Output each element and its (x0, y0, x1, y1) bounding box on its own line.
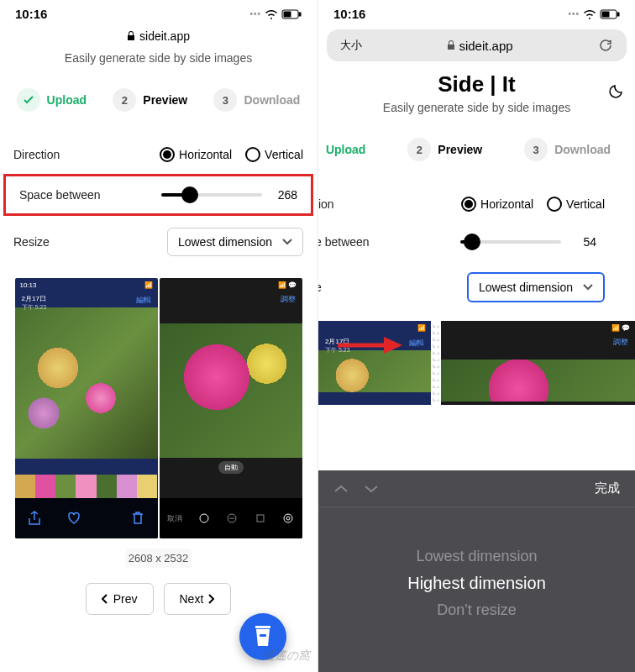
status-time: 10:16 (333, 7, 365, 21)
picker-down-icon[interactable] (364, 484, 379, 494)
cup-icon (252, 624, 274, 649)
status-icons: ••• (249, 9, 302, 19)
picker-option[interactable]: Highest dimension (407, 574, 546, 593)
svg-rect-5 (257, 515, 264, 522)
step-download[interactable]: 3 Download (213, 88, 300, 112)
arrow-annotation (333, 333, 409, 358)
steps-nav: Upload 2 Preview 3 Download (0, 81, 317, 118)
status-bar: 10:16 ••• (0, 0, 317, 24)
step-preview[interactable]: 2 Preview (113, 88, 187, 112)
step-download[interactable]: 3 Download (524, 138, 611, 161)
url-text: sideit.app (139, 29, 190, 43)
wifi-icon (265, 9, 278, 19)
step-upload[interactable]: Upload (17, 88, 87, 112)
app-title: Side | It (318, 71, 635, 97)
svg-rect-8 (260, 634, 266, 637)
url-text: sideit.app (459, 39, 512, 53)
app-subtitle: Easily generate side by side images (318, 101, 635, 114)
trash-icon (130, 511, 145, 526)
preview-area: 📶 2月17日下午 5:23 編輯 📶 💬 調整 (318, 314, 635, 405)
picker-done-button[interactable]: 完成 (595, 480, 620, 496)
check-icon (23, 94, 34, 106)
preview-area: 10:13 📶 2月17日 下午 5:23 編輯 📶 💬 調整 (0, 268, 317, 549)
space-row: e between 54 (318, 223, 635, 260)
url-bar: sideit.app (0, 24, 317, 48)
svg-rect-1 (299, 13, 301, 16)
dimensions-label: 2608 x 2532 (125, 549, 192, 568)
direction-label: Direction (13, 148, 60, 161)
steps-nav: Upload 2 Preview 3 Download (318, 131, 635, 168)
picker-up-icon[interactable] (333, 484, 349, 494)
support-button[interactable] (239, 613, 286, 660)
space-value: 268 (272, 188, 297, 202)
picker-option[interactable]: Lowest dimension (416, 548, 537, 565)
svg-point-3 (200, 514, 208, 522)
step-upload[interactable]: Upload (326, 143, 365, 156)
radio-horizontal[interactable]: Horizontal (160, 147, 232, 162)
share-icon (27, 511, 42, 526)
moon-icon (608, 82, 625, 99)
reload-icon[interactable] (598, 38, 613, 53)
status-icons: ••• (568, 9, 620, 19)
resize-row: Resize Lowest dimension (0, 216, 317, 268)
radio-vertical[interactable]: Vertical (547, 197, 605, 212)
text-size-button[interactable]: 大小 (340, 38, 362, 53)
heart-icon (66, 511, 81, 526)
left-screenshot: 10:16 ••• sideit.app Easily generate sid… (0, 0, 317, 672)
status-bar: 10:16 ••• (318, 0, 635, 24)
step-preview[interactable]: 2 Preview (407, 138, 482, 161)
svg-rect-11 (602, 12, 609, 17)
preview-image-2: 📶 💬 調整 自動 取消 (160, 278, 302, 538)
next-button[interactable]: Next (164, 583, 232, 615)
radio-horizontal[interactable]: Horizontal (461, 197, 533, 212)
space-slider[interactable] (161, 193, 262, 197)
space-value: 54 (571, 235, 596, 249)
direction-row: Direction Horizontal Vertical (0, 135, 317, 174)
lock-icon (127, 31, 135, 41)
picker-overlay: 完成 Lowest dimension Highest dimension Do… (318, 470, 635, 672)
resize-label: Resize (13, 235, 50, 249)
chevron-down-icon (282, 239, 292, 245)
preview-image-2: 📶 💬 調整 (441, 321, 635, 405)
preview-image-1: 10:13 📶 2月17日 下午 5:23 編輯 (15, 278, 158, 538)
picker-option[interactable]: Don't resize (437, 601, 516, 619)
space-label: Space between (19, 188, 101, 202)
status-time: 10:16 (15, 7, 47, 21)
battery-icon (281, 9, 302, 19)
svg-point-6 (284, 514, 292, 522)
battery-icon (600, 9, 620, 19)
chevron-right-icon (208, 594, 215, 604)
right-screenshot: 10:16 ••• 大小 sideit.app Side | It Easily… (318, 0, 635, 672)
wifi-icon (583, 9, 596, 19)
lock-icon (447, 40, 455, 50)
svg-rect-2 (284, 12, 291, 17)
svg-point-7 (286, 517, 290, 520)
app-subtitle: Easily generate side by side images (0, 51, 317, 65)
radio-vertical[interactable]: Vertical (245, 147, 303, 162)
direction-row: tion Horizontal Vertical (318, 185, 635, 223)
space-row: Space between 268 (6, 176, 311, 213)
space-slider[interactable] (460, 240, 561, 244)
highlight-annotation: Space between 268 (3, 174, 313, 216)
chevron-down-icon (583, 284, 593, 291)
resize-select[interactable]: Lowest dimension (167, 228, 303, 256)
svg-rect-10 (617, 13, 619, 16)
dark-mode-toggle[interactable] (608, 82, 625, 102)
picker-wheel[interactable]: Lowest dimension Highest dimension Don't… (318, 507, 635, 659)
resize-row: e Lowest dimension (318, 260, 635, 314)
chevron-left-icon (102, 594, 108, 604)
resize-select[interactable]: Lowest dimension (467, 272, 605, 302)
url-bar[interactable]: 大小 sideit.app (327, 29, 627, 61)
prev-button[interactable]: Prev (86, 583, 154, 615)
